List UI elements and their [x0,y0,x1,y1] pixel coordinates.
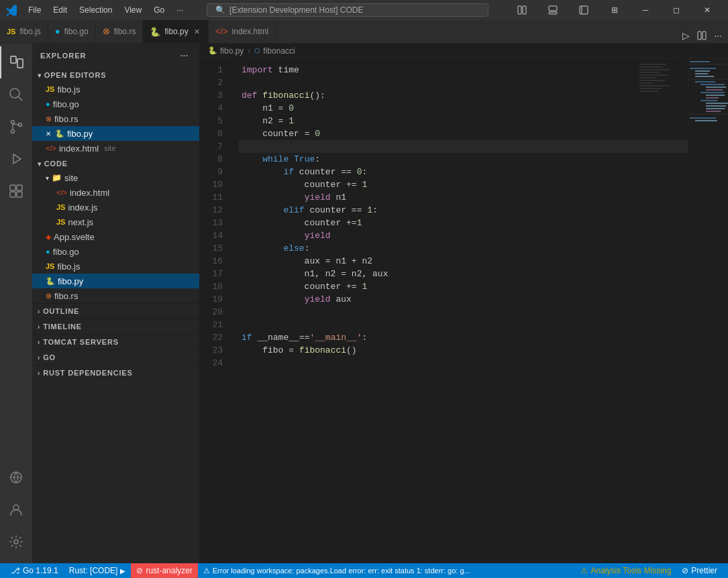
tab-index-html[interactable]: </> index.html [209,20,276,43]
search-text: [Extension Development Host] CODE [229,5,363,15]
tab-actions: ▷ ··· [676,28,728,43]
circle-slash-icon: ⊘ [682,566,688,575]
open-editors-section[interactable]: ▾ OPEN EDITORS [32,67,199,82]
open-file-fibo-go[interactable]: ● fibo.go [32,97,199,111]
code-line-12: elif counter == 1: [239,204,688,217]
more-actions-btn[interactable]: ··· [711,28,725,43]
search-box[interactable]: 🔍 [Extension Development Host] CODE [207,3,488,17]
svg-rect-0 [518,6,521,14]
outline-section[interactable]: › OUTLINE [32,303,199,319]
svg-line-11 [18,97,22,101]
activity-debug[interactable] [0,143,32,175]
rs-icon: ⊗ [103,26,110,36]
code-line-10: counter += 1 [239,178,688,191]
activity-account[interactable] [0,494,32,526]
explorer-label: EXPLORER [40,52,87,60]
minimap[interactable] [688,58,728,563]
menu-more[interactable]: ··· [171,4,189,16]
code-line-22: if __name__=='__main__': [239,331,688,344]
close-btn[interactable]: ✕ [692,0,723,20]
file-index-html-2[interactable]: </> index.html [32,185,199,200]
open-file-index-html[interactable]: </> index.html site [32,141,199,156]
file-fibo-go-2[interactable]: ● fibo.go [32,244,199,259]
code-content[interactable]: import time def fibonacci(): n1 = 0 n2 =… [233,58,688,563]
chevron-down-icon: ▾ [38,72,42,79]
restore-btn[interactable]: ◻ [661,0,692,20]
breadcrumb-fn[interactable]: fibonacci [263,46,295,56]
tab-label: index.html [232,27,269,36]
file-app-svelte[interactable]: ◈ App.svelte [32,229,199,244]
status-analysis-missing[interactable]: ⚠ Analysis Tools Missing [575,563,676,578]
panel-btn[interactable] [537,0,568,20]
activity-remote[interactable] [0,461,32,494]
status-bar: ⎇ Go 1.19.1 Rust: [CODE] ▶ ⊘ rust-analyz… [0,563,728,578]
status-rust-analyzer[interactable]: ⊘ rust-analyzer [131,563,197,578]
activity-settings[interactable] [0,526,32,558]
file-next-js[interactable]: JS next.js [32,215,199,229]
folder-icon: 📁 [52,173,62,182]
grid-btn[interactable]: ⊞ [599,0,630,20]
run-btn[interactable]: ▷ [678,28,693,43]
sidebar-btn[interactable] [568,0,599,20]
breadcrumb-fn-icon: ⬡ [254,47,260,54]
status-prettier[interactable]: ⊘ Prettier [676,563,723,578]
tab-label: fibo.rs [114,27,136,36]
tomcat-section[interactable]: › TOMCAT SERVERS [32,334,199,349]
activity-source-control[interactable] [0,111,32,143]
file-fibo-py-2[interactable]: 🐍 fibo.py [32,274,199,288]
split-editor-btn[interactable] [694,28,709,43]
tab-fibo-py[interactable]: 🐍 fibo.py ✕ [143,20,208,43]
menu-file[interactable]: File [23,4,46,16]
file-name: fibo.go [53,247,79,257]
rust-code-label: Rust: [CODE] [69,566,118,575]
file-fibo-js-2[interactable]: JS fibo.js [32,259,199,274]
code-section[interactable]: ▾ CODE [32,156,199,170]
tab-label: fibo.py [164,27,188,36]
file-name: index.html [59,143,99,154]
tab-fibo-go[interactable]: ● fibo.go [48,20,96,43]
status-rust-code[interactable]: Rust: [CODE] ▶ [64,563,132,578]
file-list: ▾ OPEN EDITORS JS fibo.js ● fibo.go ⊗ fi… [32,67,199,563]
editor-logo [639,64,680,111]
open-file-fibo-rs[interactable]: ⊗ fibo.rs [32,111,199,126]
activity-extensions[interactable] [0,175,32,207]
code-line-9: if counter == 0: [239,166,688,178]
file-fibo-rs-2[interactable]: ⊗ fibo.rs [32,288,199,303]
menu-edit[interactable]: Edit [48,4,72,16]
code-line-21 [239,319,688,331]
go-section[interactable]: › GO [32,349,199,365]
open-file-fibo-js[interactable]: JS fibo.js [32,82,199,97]
code-editor[interactable]: 1 2 3 4 5 6 7 8 9 10 11 12 13 14 15 16 1 [200,58,728,563]
code-line-3: def fibonacci(): [239,89,688,102]
open-file-fibo-py[interactable]: ✕ 🐍 fibo.py [32,126,199,141]
activity-search[interactable] [0,78,32,111]
tab-bar: JS fibo.js ● fibo.go ⊗ fibo.rs 🐍 fibo.py… [0,20,728,44]
menu-selection[interactable]: Selection [74,4,117,16]
tab-fibo-rs[interactable]: ⊗ fibo.rs [96,20,144,43]
svg-rect-1 [523,6,526,14]
js-file-icon: JS [46,85,54,93]
go-file-icon: ● [46,247,50,255]
menu-go[interactable]: Go [148,4,170,16]
folder-site[interactable]: ▾ 📁 site [32,170,199,185]
tab-fibo-js[interactable]: JS fibo.js [0,20,48,43]
search-icon: 🔍 [215,5,225,15]
minimize-btn[interactable]: ─ [630,0,661,20]
rs-file-icon: ⊗ [46,115,52,123]
timeline-section[interactable]: › TIMELINE [32,319,199,334]
breadcrumb-file-icon: 🐍 [208,46,217,55]
new-file-btn[interactable]: ··· [178,49,191,62]
tomcat-label: TOMCAT SERVERS [43,338,119,346]
breadcrumb-file[interactable]: fibo.py [220,46,244,56]
tab-close-btn[interactable]: ✕ [193,27,201,37]
activity-explorer[interactable] [0,46,32,78]
py-icon: 🐍 [150,27,160,37]
layout-btn[interactable] [507,0,537,20]
rust-deps-section[interactable]: › RUST DEPENDENCIES [32,365,199,380]
status-error-msg[interactable]: ⚠ Error loading workspace: packages.Load… [198,563,476,578]
close-active-file-icon[interactable]: ✕ [46,130,51,137]
file-index-js[interactable]: JS index.js [32,200,199,215]
status-branch[interactable]: ⎇ Go 1.19.1 [5,563,64,578]
menu-view[interactable]: View [119,4,147,16]
title-search-area: 🔍 [Extension Development Host] CODE [194,3,501,17]
